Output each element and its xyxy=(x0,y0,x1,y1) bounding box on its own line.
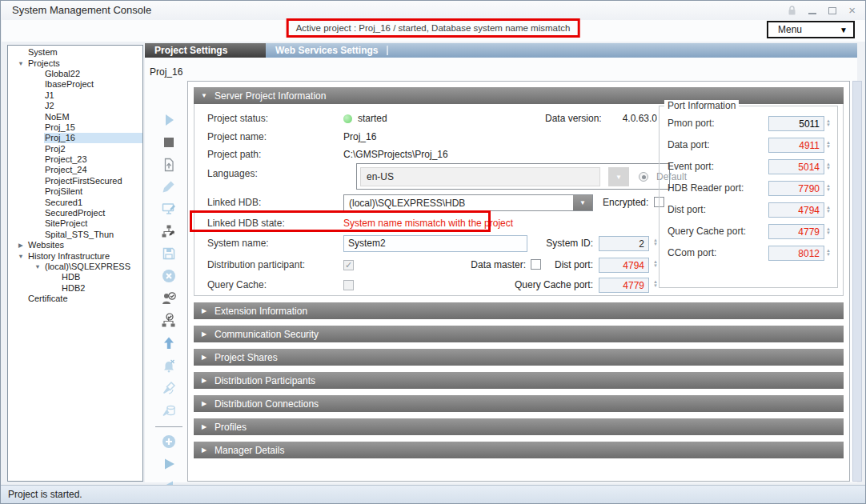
tree-item-project-24[interactable]: Project_24 xyxy=(8,165,142,175)
data-master-checkbox[interactable] xyxy=(531,259,541,270)
port-input[interactable]: 5014 xyxy=(768,159,824,174)
tree-item-history-infrastructure[interactable]: ▼History Infrastructure xyxy=(8,250,142,261)
linked-hdb-dropdown-button[interactable]: ▼ xyxy=(573,195,592,210)
tree-item-j1[interactable]: J1 xyxy=(8,90,142,101)
section-bar-profiles[interactable]: ▶Profiles xyxy=(194,418,844,435)
distribution-participant-checkbox[interactable]: ✓ xyxy=(343,260,354,270)
tree-item-proj-16[interactable]: Proj_16 xyxy=(8,133,142,143)
import-restore-icon[interactable] xyxy=(158,154,180,175)
section-bar-manager-details[interactable]: ▶Manager Details xyxy=(194,442,844,458)
languages-dropdown-button[interactable]: ▼ xyxy=(608,167,629,186)
port-input[interactable]: 5011 xyxy=(768,116,824,131)
tree-item-noem[interactable]: NoEM xyxy=(8,111,142,122)
spinner-icon[interactable]: ▲▼ xyxy=(826,249,831,257)
authorize-user-icon[interactable] xyxy=(158,288,180,309)
tab-project-settings[interactable]: Project Settings xyxy=(145,43,266,58)
close-project-icon[interactable] xyxy=(158,266,180,286)
toolbar-separator xyxy=(155,426,182,427)
tree-item-j2[interactable]: J2 xyxy=(8,101,142,111)
expand-arrow-icon[interactable]: ▶ xyxy=(14,242,27,249)
edit-project-icon[interactable] xyxy=(158,198,180,219)
port-input[interactable]: 7790 xyxy=(768,181,824,196)
tree-item-certificate[interactable]: Certificate xyxy=(8,294,142,304)
maximize-button[interactable] xyxy=(828,7,836,14)
section-bar-distribution-connections[interactable]: ▶Distribution Connections xyxy=(194,395,844,412)
section-title: Server Project Information xyxy=(214,90,326,102)
query-cache-port-spinner-icon[interactable]: ▲▼ xyxy=(653,280,658,288)
default-language-radio[interactable] xyxy=(639,172,648,182)
port-input[interactable]: 4794 xyxy=(768,202,824,218)
tree-item-securedproject[interactable]: SecuredProject xyxy=(8,208,142,218)
expand-arrow-icon: ▶ xyxy=(194,330,214,338)
edit-distribution-icon[interactable] xyxy=(158,221,180,242)
system-id-input[interactable]: 2 xyxy=(599,236,649,251)
clear-project-data-icon[interactable] xyxy=(158,378,180,398)
add-project-icon[interactable] xyxy=(158,431,180,452)
languages-listbox: en-US ▼ Default xyxy=(356,163,670,190)
section-bar-extension-information[interactable]: ▶Extension Information xyxy=(194,302,844,319)
upgrade-project-icon[interactable] xyxy=(158,333,180,354)
project-status-value: started xyxy=(358,113,387,124)
dist-port-spinner-icon[interactable]: ▲▼ xyxy=(653,260,658,268)
tree-item-proj2[interactable]: Proj2 xyxy=(8,144,142,154)
tree-item-projectfirstsecured[interactable]: ProjectFirstSecured xyxy=(8,176,142,186)
minimize-button[interactable] xyxy=(808,6,816,14)
tree-item-hdb[interactable]: HDB xyxy=(8,272,142,282)
query-cache-port-input[interactable]: 4779 xyxy=(599,278,649,293)
port-input[interactable]: 4911 xyxy=(768,138,824,153)
tree-item-spital-sts-thun[interactable]: Spital_STS_Thun xyxy=(8,230,142,240)
save-project-icon[interactable] xyxy=(158,243,180,264)
tree-item-label: ProjSilent xyxy=(44,186,142,197)
linked-hdb-dropdown[interactable]: (local)\SQLEXPRESS\HDB ▼ xyxy=(343,194,593,211)
tree-item-projects[interactable]: ▼Projects xyxy=(8,58,142,68)
tree-item-hdb2[interactable]: HDB2 xyxy=(8,283,142,294)
tree-item-ibaseproject[interactable]: IbaseProject xyxy=(8,79,142,90)
language-item[interactable]: en-US xyxy=(360,167,600,186)
expand-arrow-icon: ▶ xyxy=(194,307,214,314)
system-id-spinner-icon[interactable]: ▲▼ xyxy=(653,238,658,246)
spinner-icon[interactable]: ▲▼ xyxy=(826,227,831,235)
tree-item-secured1[interactable]: Secured1 xyxy=(8,197,142,207)
tree-item-global22[interactable]: Global22 xyxy=(8,69,142,79)
menu-button[interactable]: Menu ▼ xyxy=(767,21,855,38)
spinner-icon[interactable]: ▲▼ xyxy=(826,141,831,149)
tree-item-local-sqlexpress[interactable]: ▼(local)\SQLEXPRESS xyxy=(8,262,142,272)
collapse-arrow-icon[interactable]: ▼ xyxy=(14,60,27,67)
show-next-icon[interactable] xyxy=(158,454,180,474)
rename-project-icon[interactable] xyxy=(158,176,180,197)
section-bar-project-shares[interactable]: ▶Project Shares xyxy=(194,349,844,366)
section-server-project-information[interactable]: ▼ Server Project Information xyxy=(194,87,844,104)
section-bar-communication-security[interactable]: ▶Communication Security xyxy=(194,326,844,342)
tree-item-project-23[interactable]: Project_23 xyxy=(8,154,142,165)
spinner-icon[interactable]: ▲▼ xyxy=(826,206,831,214)
validate-distribution-icon[interactable] xyxy=(158,310,180,331)
spinner-icon[interactable]: ▲▼ xyxy=(826,119,831,127)
project-status-label: Project status: xyxy=(207,113,343,124)
tree-item-label: Project_23 xyxy=(44,154,142,165)
spinner-icon[interactable]: ▲▼ xyxy=(826,184,831,192)
tree-item-proj-15[interactable]: Proj_15 xyxy=(8,122,142,133)
window-title: System Management Console xyxy=(12,4,151,16)
system-name-input[interactable] xyxy=(343,235,527,252)
vertical-scrollbar[interactable] xyxy=(852,81,862,482)
tree-item-websites[interactable]: ▶Websites xyxy=(8,240,142,250)
start-project-icon[interactable] xyxy=(158,110,180,130)
clear-history-database-icon[interactable] xyxy=(158,400,180,421)
spinner-icon[interactable]: ▲▼ xyxy=(826,162,831,170)
port-input[interactable]: 8012 xyxy=(768,246,824,261)
tree-item-label: Projects xyxy=(27,58,142,69)
tree-item-projsilent[interactable]: ProjSilent xyxy=(8,186,142,197)
stop-project-icon[interactable] xyxy=(158,132,180,153)
tree-item-system[interactable]: System xyxy=(8,47,142,58)
tab-web-services-settings[interactable]: Web Services Settings xyxy=(266,43,387,58)
close-button[interactable]: × xyxy=(848,6,856,14)
menu-button-label: Menu xyxy=(768,24,840,35)
collapse-arrow-icon[interactable]: ▼ xyxy=(31,263,44,270)
section-bar-distribution-participants[interactable]: ▶Distribution Participants xyxy=(194,372,844,389)
query-cache-checkbox[interactable] xyxy=(343,280,354,290)
disable-alarms-icon[interactable] xyxy=(158,355,180,376)
collapse-arrow-icon[interactable]: ▼ xyxy=(14,253,27,260)
dist-port-input[interactable]: 4794 xyxy=(599,258,649,273)
port-input[interactable]: 4779 xyxy=(768,224,824,239)
tree-item-siteproject[interactable]: SiteProject xyxy=(8,218,142,229)
